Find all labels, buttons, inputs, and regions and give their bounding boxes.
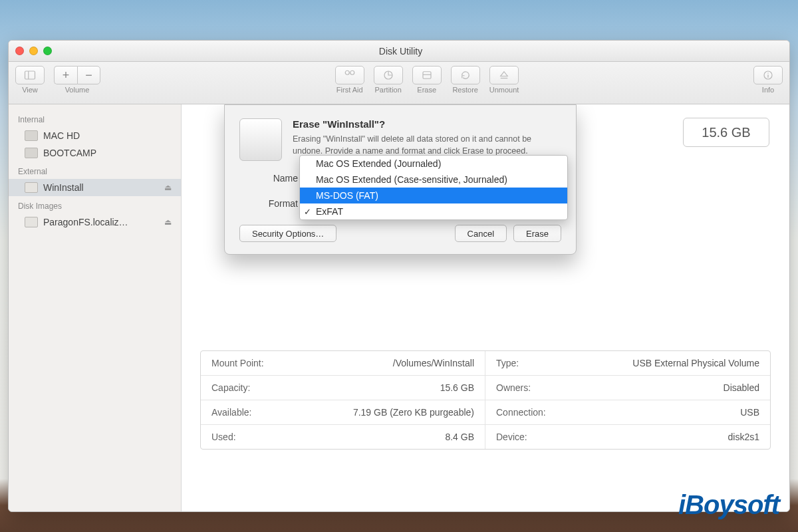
- sidebar-item-wininstall[interactable]: WinInstall ⏏: [9, 179, 181, 196]
- sidebar-item-label: MAC HD: [43, 130, 80, 141]
- eject-icon: [498, 69, 510, 81]
- sidebar-item-mac-hd[interactable]: MAC HD: [9, 127, 181, 144]
- volume-add-button[interactable]: +: [54, 66, 77, 84]
- eject-icon[interactable]: ⏏: [164, 217, 172, 227]
- restore-icon: [460, 69, 471, 81]
- format-option-macos-case[interactable]: Mac OS Extended (Case-sensitive, Journal…: [300, 172, 567, 188]
- info-label: Info: [762, 86, 774, 94]
- info-row-capacity: Capacity:15.6 GB: [201, 376, 485, 400]
- traffic-lights: [15, 47, 52, 55]
- drive-icon: [239, 118, 282, 161]
- pie-icon: [382, 69, 394, 81]
- sheet-title: Erase "WinInstall"?: [293, 118, 561, 130]
- first-aid-button[interactable]: [335, 66, 364, 84]
- info-icon: [762, 69, 774, 81]
- sidebar-head-diskimages: Disk Images: [9, 196, 181, 213]
- erase-button[interactable]: [412, 66, 442, 84]
- body: Internal MAC HD BOOTCAMP External WinIns…: [9, 104, 789, 511]
- info-row-connection: Connection:USB: [485, 400, 770, 425]
- erase-confirm-button[interactable]: Erase: [513, 225, 561, 242]
- format-dropdown: Mac OS Extended (Journaled) Mac OS Exten…: [299, 155, 568, 220]
- eject-icon[interactable]: ⏏: [164, 183, 172, 192]
- volume-label: Volume: [65, 86, 90, 94]
- disk-icon: [25, 130, 38, 141]
- view-button[interactable]: [15, 66, 45, 84]
- restore-button[interactable]: [451, 66, 480, 84]
- cancel-button[interactable]: Cancel: [455, 225, 507, 242]
- svg-rect-0: [25, 71, 35, 79]
- restore-label: Restore: [452, 86, 478, 94]
- name-label: Name: [239, 173, 298, 184]
- disk-utility-window: Disk Utility View + − Volume First Aid P…: [8, 40, 790, 512]
- partition-label: Partition: [375, 86, 402, 94]
- format-option-msdos-fat[interactable]: MS-DOS (FAT): [300, 188, 567, 203]
- watermark-logo: iBoysoft: [678, 490, 779, 520]
- info-table: Mount Point:/Volumes/WinInstall Type:USB…: [200, 350, 771, 450]
- unmount-label: Unmount: [489, 86, 519, 94]
- disk-image-icon: [25, 217, 38, 227]
- svg-rect-5: [423, 72, 431, 79]
- format-option-exfat[interactable]: ✓ExFAT: [300, 203, 567, 219]
- sheet-body: Erasing "WinInstall" will delete all dat…: [293, 134, 561, 157]
- erase-icon: [421, 69, 433, 81]
- erase-sheet: Erase "WinInstall"? Erasing "WinInstall"…: [224, 104, 577, 255]
- sidebar: Internal MAC HD BOOTCAMP External WinIns…: [9, 104, 182, 511]
- plus-icon: +: [63, 68, 70, 82]
- info-row-used: Used:8.4 GB: [201, 425, 485, 449]
- sidebar-item-label: ParagonFS.localiz…: [43, 217, 128, 227]
- volume-segment: + −: [54, 66, 100, 84]
- titlebar: Disk Utility: [9, 41, 789, 62]
- view-label: View: [22, 86, 38, 94]
- sidebar-item-bootcamp[interactable]: BOOTCAMP: [9, 144, 181, 162]
- info-row-device: Device:disk2s1: [485, 425, 770, 449]
- info-button[interactable]: [753, 66, 783, 84]
- sidebar-item-label: WinInstall: [43, 182, 84, 193]
- info-row-type: Type:USB External Physical Volume: [485, 351, 770, 376]
- external-disk-icon: [25, 182, 38, 193]
- erase-label: Erase: [417, 86, 436, 94]
- unmount-button[interactable]: [489, 66, 519, 84]
- volume-remove-button[interactable]: −: [77, 66, 100, 84]
- security-options-button[interactable]: Security Options…: [239, 225, 336, 242]
- sidebar-item-paragonfs[interactable]: ParagonFS.localiz… ⏏: [9, 213, 181, 231]
- window-title: Disk Utility: [52, 46, 749, 57]
- minimize-icon[interactable]: [29, 47, 38, 55]
- toolbar: View + − Volume First Aid Partition Eras…: [9, 62, 789, 104]
- svg-point-10: [767, 72, 769, 74]
- check-icon: ✓: [304, 207, 311, 217]
- sidebar-item-label: BOOTCAMP: [43, 148, 96, 158]
- disk-icon: [25, 148, 38, 158]
- info-row-mount: Mount Point:/Volumes/WinInstall: [201, 351, 485, 376]
- sidebar-icon: [24, 69, 36, 81]
- partition-button[interactable]: [374, 66, 403, 84]
- close-icon[interactable]: [15, 47, 24, 55]
- stethoscope-icon: [344, 69, 356, 81]
- volume-size: 15.6 GB: [683, 118, 769, 147]
- zoom-icon[interactable]: [43, 47, 52, 55]
- sidebar-head-external: External: [9, 162, 181, 179]
- info-row-available: Available:7.19 GB (Zero KB purgeable): [201, 400, 485, 425]
- first-aid-label: First Aid: [336, 86, 363, 94]
- format-option-macos-journaled[interactable]: Mac OS Extended (Journaled): [300, 156, 567, 172]
- format-label: Format: [239, 198, 298, 209]
- svg-point-3: [350, 70, 354, 74]
- minus-icon: −: [85, 68, 92, 82]
- main-panel: 15.6 GB Erase "WinInstall"? Erasing "Win…: [182, 104, 789, 511]
- svg-point-2: [345, 70, 349, 74]
- sidebar-head-internal: Internal: [9, 110, 181, 127]
- info-row-owners: Owners:Disabled: [485, 376, 770, 400]
